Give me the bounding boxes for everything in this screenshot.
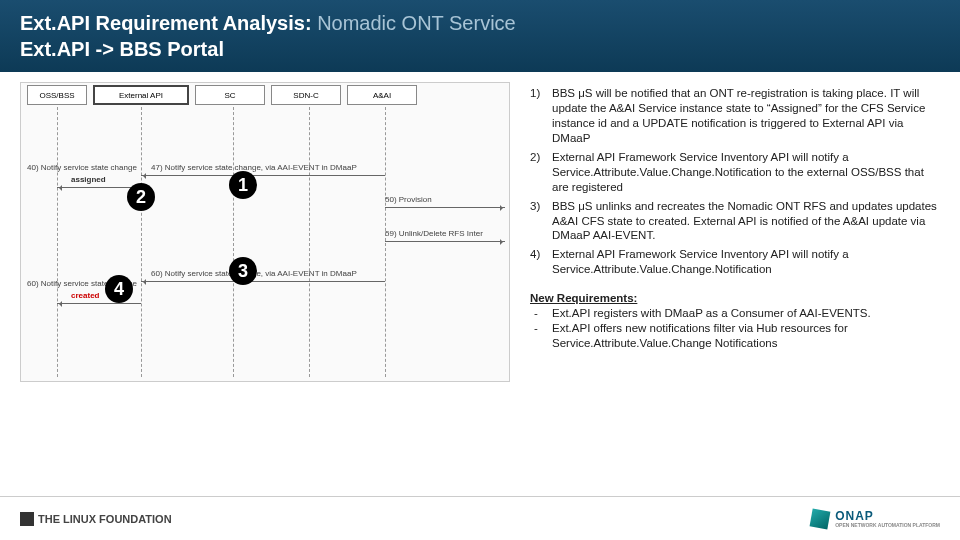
step-2-num: 2) bbox=[530, 150, 552, 195]
linux-logo-icon bbox=[20, 512, 34, 526]
onap-logo-icon bbox=[810, 508, 831, 529]
lifeline-extapi: External API bbox=[93, 85, 189, 105]
circle-4: 4 bbox=[105, 275, 133, 303]
title-bar: Ext.API Requirement Analysis: Nomadic ON… bbox=[0, 0, 960, 72]
arrow-40 bbox=[57, 187, 141, 188]
step-1: 1) BBS μS will be notified that an ONT r… bbox=[530, 86, 940, 146]
footer: THE LINUX FOUNDATION ONAP OPEN NETWORK A… bbox=[0, 496, 960, 540]
step-3-num: 3) bbox=[530, 199, 552, 244]
step-3-text: BBS μS unlinks and recreates the Nomadic… bbox=[552, 199, 940, 244]
step-1-text: BBS μS will be notified that an ONT re-r… bbox=[552, 86, 940, 146]
onap-logo-subtext: OPEN NETWORK AUTOMATION PLATFORM bbox=[835, 523, 940, 528]
lifeline-sdnc: SDN-C bbox=[271, 85, 341, 105]
lifeline-aai: A&AI bbox=[347, 85, 417, 105]
sequence-diagram: OSS/BSS External API SC SDN-C A&AI 40) N… bbox=[20, 82, 510, 382]
step-1-num: 1) bbox=[530, 86, 552, 146]
title-line2: Ext.API -> BBS Portal bbox=[20, 36, 516, 62]
label-step50: 50) Provision bbox=[385, 195, 432, 204]
onap-logo: ONAP OPEN NETWORK AUTOMATION PLATFORM bbox=[811, 509, 940, 528]
lifeline-sc: SC bbox=[195, 85, 265, 105]
circle-2: 2 bbox=[127, 183, 155, 211]
lifeline-ossbss: OSS/BSS bbox=[27, 85, 87, 105]
linux-logo-text: THE LINUX FOUNDATION bbox=[38, 513, 172, 525]
onap-logo-text: ONAP bbox=[835, 509, 874, 523]
step-3: 3) BBS μS unlinks and recreates the Noma… bbox=[530, 199, 940, 244]
step-2-text: External API Framework Service Inventory… bbox=[552, 150, 940, 195]
arrow-47 bbox=[141, 175, 385, 176]
slide-title: Ext.API Requirement Analysis: Nomadic ON… bbox=[20, 10, 516, 62]
circle-3: 3 bbox=[229, 257, 257, 285]
step-2: 2) External API Framework Service Invent… bbox=[530, 150, 940, 195]
label-notify40: 40) Notify service state change bbox=[27, 163, 137, 172]
new-req-1-text: Ext.API registers with DMaaP as a Consum… bbox=[552, 306, 940, 321]
description-column: 1) BBS μS will be notified that an ONT r… bbox=[510, 82, 960, 482]
title-prefix: Ext.API Requirement Analysis: bbox=[20, 12, 312, 34]
new-requirements: New Requirements: - Ext.API registers wi… bbox=[530, 291, 940, 351]
circle-1: 1 bbox=[229, 171, 257, 199]
arrow-50 bbox=[385, 207, 505, 208]
arrow-60a bbox=[57, 303, 141, 304]
step-4: 4) External API Framework Service Invent… bbox=[530, 247, 940, 277]
arrow-59 bbox=[385, 241, 505, 242]
new-req-2-text: Ext.API offers new notifications filter … bbox=[552, 321, 940, 351]
new-req-1: - Ext.API registers with DMaaP as a Cons… bbox=[530, 306, 940, 321]
step-4-text: External API Framework Service Inventory… bbox=[552, 247, 940, 277]
arrow-60b bbox=[141, 281, 385, 282]
title-suffix: Nomadic ONT Service bbox=[317, 12, 516, 34]
label-created: created bbox=[71, 291, 99, 300]
step-4-num: 4) bbox=[530, 247, 552, 277]
label-step59: 59) Unlink/Delete RFS Inter bbox=[385, 229, 483, 238]
linux-foundation-logo: THE LINUX FOUNDATION bbox=[20, 512, 172, 526]
label-notify47: 47) Notify service state change, via AAI… bbox=[151, 163, 357, 172]
new-req-header: New Requirements: bbox=[530, 291, 940, 306]
label-assigned: assigned bbox=[71, 175, 106, 184]
new-req-2: - Ext.API offers new notifications filte… bbox=[530, 321, 940, 351]
